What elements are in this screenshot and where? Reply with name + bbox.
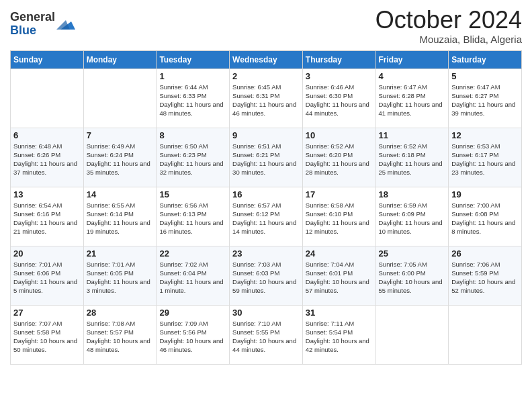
- day-number: 21: [87, 248, 154, 259]
- calendar-cell: 3Sunrise: 6:46 AMSunset: 6:30 PMDaylight…: [302, 68, 375, 128]
- day-info: Sunrise: 7:10 AMSunset: 5:55 PMDaylight:…: [232, 319, 300, 355]
- day-info: Sunrise: 6:47 AMSunset: 6:28 PMDaylight:…: [379, 83, 446, 118]
- day-info: Sunrise: 6:58 AMSunset: 6:10 PMDaylight:…: [306, 201, 373, 236]
- day-number: 10: [306, 130, 373, 140]
- day-info: Sunrise: 7:09 AMSunset: 5:56 PMDaylight:…: [159, 319, 226, 355]
- day-info: Sunrise: 6:45 AMSunset: 6:31 PMDaylight:…: [232, 83, 300, 118]
- day-number: 15: [159, 189, 226, 199]
- calendar-cell: [449, 305, 522, 364]
- calendar-cell: 20Sunrise: 7:01 AMSunset: 6:06 PMDayligh…: [11, 246, 84, 305]
- calendar-cell: 31Sunrise: 7:11 AMSunset: 5:54 PMDayligh…: [302, 305, 375, 364]
- day-number: 11: [379, 130, 446, 140]
- calendar-cell: 27Sunrise: 7:07 AMSunset: 5:58 PMDayligh…: [11, 305, 84, 364]
- day-info: Sunrise: 6:50 AMSunset: 6:23 PMDaylight:…: [159, 142, 226, 177]
- calendar-cell: 13Sunrise: 6:54 AMSunset: 6:16 PMDayligh…: [11, 187, 84, 246]
- day-number: 25: [379, 248, 446, 259]
- calendar-cell: 21Sunrise: 7:01 AMSunset: 6:05 PMDayligh…: [83, 246, 157, 305]
- calendar-cell: 10Sunrise: 6:52 AMSunset: 6:20 PMDayligh…: [302, 128, 375, 187]
- day-info: Sunrise: 6:49 AMSunset: 6:24 PMDaylight:…: [87, 142, 154, 177]
- day-info: Sunrise: 7:01 AMSunset: 6:06 PMDaylight:…: [13, 260, 81, 295]
- day-info: Sunrise: 6:57 AMSunset: 6:12 PMDaylight:…: [232, 201, 300, 236]
- calendar-cell: 16Sunrise: 6:57 AMSunset: 6:12 PMDayligh…: [230, 187, 303, 246]
- day-number: 12: [451, 130, 519, 140]
- day-number: 30: [232, 308, 300, 318]
- calendar-cell: 22Sunrise: 7:02 AMSunset: 6:04 PMDayligh…: [157, 246, 230, 305]
- day-number: 27: [13, 308, 81, 318]
- calendar-cell: 9Sunrise: 6:51 AMSunset: 6:21 PMDaylight…: [230, 128, 303, 187]
- calendar-page: General Blue October 2024 Mouzaia, Blida…: [0, 0, 532, 375]
- day-info: Sunrise: 7:04 AMSunset: 6:01 PMDaylight:…: [306, 260, 373, 295]
- day-header-tuesday: Tuesday: [157, 50, 230, 68]
- day-number: 3: [306, 71, 373, 81]
- month-title: October 2024: [375, 7, 522, 34]
- day-info: Sunrise: 7:01 AMSunset: 6:05 PMDaylight:…: [87, 260, 154, 295]
- calendar-cell: 4Sunrise: 6:47 AMSunset: 6:28 PMDaylight…: [375, 68, 449, 128]
- calendar-cell: 2Sunrise: 6:45 AMSunset: 6:31 PMDaylight…: [230, 68, 303, 128]
- calendar-cell: 28Sunrise: 7:08 AMSunset: 5:57 PMDayligh…: [83, 305, 157, 364]
- day-info: Sunrise: 7:00 AMSunset: 6:08 PMDaylight:…: [451, 201, 519, 236]
- location: Mouzaia, Blida, Algeria: [375, 34, 522, 45]
- day-number: 28: [87, 308, 154, 318]
- week-row-2: 6Sunrise: 6:48 AMSunset: 6:26 PMDaylight…: [11, 128, 522, 187]
- day-info: Sunrise: 6:53 AMSunset: 6:17 PMDaylight:…: [451, 142, 519, 177]
- calendar-cell: 26Sunrise: 7:06 AMSunset: 5:59 PMDayligh…: [449, 246, 522, 305]
- day-header-saturday: Saturday: [449, 50, 522, 68]
- day-header-friday: Friday: [375, 50, 449, 68]
- calendar-cell: 25Sunrise: 7:05 AMSunset: 6:00 PMDayligh…: [375, 246, 449, 305]
- day-number: 1: [159, 71, 226, 81]
- day-header-thursday: Thursday: [302, 50, 375, 68]
- logo: General Blue: [10, 11, 75, 38]
- day-number: 13: [13, 189, 81, 199]
- day-number: 23: [232, 248, 300, 259]
- calendar-cell: 29Sunrise: 7:09 AMSunset: 5:56 PMDayligh…: [157, 305, 230, 364]
- calendar-cell: 24Sunrise: 7:04 AMSunset: 6:01 PMDayligh…: [302, 246, 375, 305]
- day-info: Sunrise: 7:07 AMSunset: 5:58 PMDaylight:…: [13, 319, 81, 355]
- day-number: 6: [13, 130, 81, 140]
- day-number: 24: [306, 248, 373, 259]
- day-number: 22: [159, 248, 226, 259]
- day-number: 8: [159, 130, 226, 140]
- title-block: October 2024 Mouzaia, Blida, Algeria: [375, 7, 522, 45]
- day-info: Sunrise: 7:03 AMSunset: 6:03 PMDaylight:…: [232, 260, 300, 295]
- day-header-wednesday: Wednesday: [230, 50, 303, 68]
- calendar-cell: 12Sunrise: 6:53 AMSunset: 6:17 PMDayligh…: [449, 128, 522, 187]
- day-info: Sunrise: 6:56 AMSunset: 6:13 PMDaylight:…: [159, 201, 226, 236]
- day-number: 20: [13, 248, 81, 259]
- day-header-monday: Monday: [83, 50, 157, 68]
- week-row-1: 1Sunrise: 6:44 AMSunset: 6:33 PMDaylight…: [11, 68, 522, 128]
- day-number: 5: [451, 71, 519, 81]
- day-number: 19: [451, 189, 519, 199]
- calendar-cell: 17Sunrise: 6:58 AMSunset: 6:10 PMDayligh…: [302, 187, 375, 246]
- logo-icon: [56, 15, 75, 34]
- day-info: Sunrise: 6:47 AMSunset: 6:27 PMDaylight:…: [451, 83, 519, 118]
- calendar-cell: [11, 68, 84, 128]
- calendar-cell: 30Sunrise: 7:10 AMSunset: 5:55 PMDayligh…: [230, 305, 303, 364]
- calendar-cell: 7Sunrise: 6:49 AMSunset: 6:24 PMDaylight…: [83, 128, 157, 187]
- header: General Blue October 2024 Mouzaia, Blida…: [10, 7, 522, 45]
- day-info: Sunrise: 6:55 AMSunset: 6:14 PMDaylight:…: [87, 201, 154, 236]
- calendar-cell: [83, 68, 157, 128]
- week-row-3: 13Sunrise: 6:54 AMSunset: 6:16 PMDayligh…: [11, 187, 522, 246]
- header-row: SundayMondayTuesdayWednesdayThursdayFrid…: [11, 50, 522, 68]
- calendar-cell: 19Sunrise: 7:00 AMSunset: 6:08 PMDayligh…: [449, 187, 522, 246]
- day-info: Sunrise: 6:46 AMSunset: 6:30 PMDaylight:…: [306, 83, 373, 118]
- day-info: Sunrise: 6:52 AMSunset: 6:18 PMDaylight:…: [379, 142, 446, 177]
- day-number: 2: [232, 71, 300, 81]
- day-number: 14: [87, 189, 154, 199]
- calendar-cell: 14Sunrise: 6:55 AMSunset: 6:14 PMDayligh…: [83, 187, 157, 246]
- day-info: Sunrise: 6:44 AMSunset: 6:33 PMDaylight:…: [159, 83, 226, 118]
- day-number: 17: [306, 189, 373, 199]
- day-number: 4: [379, 71, 446, 81]
- day-info: Sunrise: 6:52 AMSunset: 6:20 PMDaylight:…: [306, 142, 373, 177]
- logo-blue: Blue: [10, 24, 36, 37]
- day-number: 9: [232, 130, 300, 140]
- calendar-cell: [375, 305, 449, 364]
- day-number: 16: [232, 189, 300, 199]
- logo-general: General: [10, 10, 55, 24]
- day-info: Sunrise: 6:54 AMSunset: 6:16 PMDaylight:…: [13, 201, 81, 236]
- calendar-cell: 8Sunrise: 6:50 AMSunset: 6:23 PMDaylight…: [157, 128, 230, 187]
- calendar-cell: 5Sunrise: 6:47 AMSunset: 6:27 PMDaylight…: [449, 68, 522, 128]
- calendar-cell: 1Sunrise: 6:44 AMSunset: 6:33 PMDaylight…: [157, 68, 230, 128]
- day-info: Sunrise: 7:05 AMSunset: 6:00 PMDaylight:…: [379, 260, 446, 295]
- svg-marker-1: [56, 20, 70, 30]
